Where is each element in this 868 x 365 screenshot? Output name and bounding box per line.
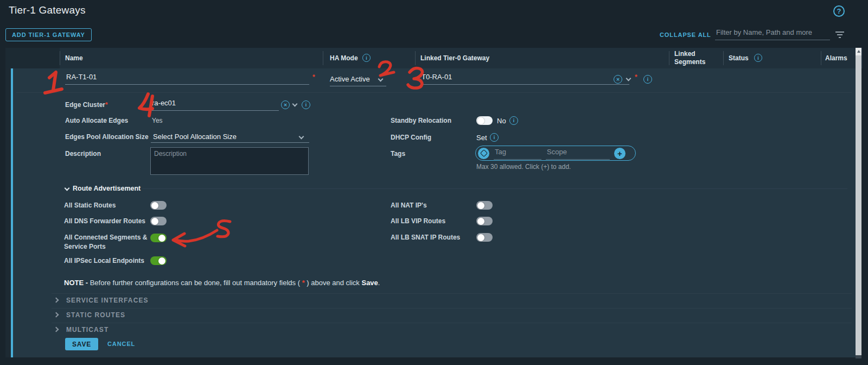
section-service-interfaces[interactable]: SERVICE INTERFACES — [66, 297, 149, 304]
add-tag-plus-icon[interactable]: + — [614, 148, 626, 159]
all-static-routes-toggle[interactable] — [150, 201, 167, 210]
column-header-linked-t0: Linked Tier-0 Gateway — [420, 54, 489, 62]
column-divider — [723, 51, 724, 65]
column-header-ha-mode: HA Mode — [330, 54, 358, 62]
ha-mode-select[interactable]: Active Active — [330, 75, 370, 83]
column-header-linked-segments: Linked Segments — [674, 50, 711, 66]
section-divider — [52, 308, 852, 309]
tags-label: Tags — [391, 150, 405, 158]
edge-cluster-required-marker: * — [105, 101, 108, 109]
filter-input[interactable] — [715, 27, 830, 40]
standby-relocation-value: No — [497, 117, 506, 125]
all-connected-segments-toggle[interactable] — [150, 234, 167, 242]
pool-size-label: Edges Pool Allocation Size — [65, 133, 149, 141]
edge-cluster-input[interactable] — [151, 98, 279, 111]
description-label: Description — [65, 150, 101, 158]
all-static-routes-label: All Static Routes — [64, 202, 156, 209]
auto-allocate-value: Yes — [152, 117, 163, 124]
collapse-all-button[interactable]: COLLAPSE ALL — [660, 32, 711, 38]
all-ipsec-local-endpoints-toggle[interactable] — [150, 256, 167, 265]
add-tier1-gateway-button[interactable]: ADD TIER-1 GATEWAY — [5, 28, 92, 41]
pool-size-select[interactable]: Select Pool Allocation Size — [153, 133, 237, 141]
all-lb-vip-routes-toggle[interactable] — [476, 217, 493, 225]
section-multicast[interactable]: MULTICAST — [66, 326, 108, 333]
page-title: Tier-1 Gateways — [9, 4, 86, 16]
all-lb-vip-routes-label: All LB VIP Routes — [391, 217, 445, 225]
scrollbar-thumb[interactable] — [856, 55, 861, 355]
dhcp-config-value: Set — [476, 134, 487, 142]
edge-cluster-label-text: Edge Cluster — [65, 101, 105, 109]
column-divider — [669, 51, 669, 65]
note-text2: ) above and click — [305, 279, 362, 287]
all-dns-forwarder-routes-toggle[interactable] — [150, 217, 167, 225]
help-icon[interactable]: ? — [833, 5, 845, 17]
all-lb-snat-ip-routes-toggle[interactable] — [476, 233, 493, 242]
tag-input[interactable] — [494, 147, 541, 160]
column-divider — [323, 51, 323, 65]
column-header-name: Name — [65, 54, 83, 62]
column-divider — [821, 51, 821, 65]
note-label: NOTE - — [64, 279, 88, 287]
edge-cluster-info-icon[interactable]: i — [302, 100, 310, 109]
gateway-name-input[interactable] — [65, 72, 309, 85]
edge-cluster-label: Edge Cluster* — [65, 101, 108, 109]
all-nat-ips-label: All NAT IP's — [391, 202, 427, 209]
all-connected-segments-label: All Connected Segments & Service Ports — [64, 233, 155, 251]
standby-relocation-label: Standby Relocation — [391, 117, 451, 124]
tag-icon — [478, 148, 489, 159]
ha-mode-underline — [330, 86, 386, 86]
description-textarea[interactable] — [150, 147, 309, 175]
name-required-marker: * — [312, 73, 315, 81]
linked-t0-required-marker: * — [635, 73, 637, 81]
tier1-gateways-page: Tier-1 Gateways ? ADD TIER-1 GATEWAY COL… — [0, 0, 868, 365]
standby-relocation-info-icon[interactable]: i — [509, 116, 518, 125]
scope-input[interactable] — [546, 147, 610, 160]
section-divider — [52, 323, 852, 323]
dhcp-config-info-icon[interactable]: i — [490, 133, 499, 142]
pool-size-underline — [151, 142, 309, 143]
dhcp-config-label: DHCP Config — [391, 134, 431, 141]
all-ipsec-local-endpoints-label: All IPSec Local Endpoints — [64, 257, 162, 265]
column-divider — [60, 51, 60, 65]
all-nat-ips-toggle[interactable] — [476, 201, 493, 210]
save-button[interactable]: SAVE — [65, 338, 98, 350]
note-save-word: Save — [361, 279, 378, 287]
row-gutter — [5, 68, 11, 357]
filter-icon[interactable] — [835, 31, 845, 39]
ha-mode-info-icon[interactable]: i — [362, 54, 371, 62]
all-dns-forwarder-routes-label: All DNS Forwarder Routes — [64, 217, 162, 225]
route-advertisement-rule — [142, 188, 847, 189]
section-divider — [52, 293, 852, 294]
tags-pill: + — [475, 146, 636, 161]
linked-t0-clear-icon[interactable]: ✕ — [614, 75, 622, 84]
row-divider — [16, 92, 852, 93]
auto-allocate-label: Auto Allocate Edges — [65, 117, 128, 124]
cancel-button[interactable]: CANCEL — [107, 341, 135, 347]
column-header-status: Status — [729, 54, 749, 62]
grid-header-expander-cell — [5, 48, 60, 68]
section-static-routes[interactable]: STATIC ROUTES — [66, 311, 125, 319]
route-advertisement-title: Route Advertisement — [73, 185, 141, 192]
status-info-icon[interactable]: i — [754, 54, 762, 62]
scroll-up-arrow-icon — [857, 50, 860, 53]
all-lb-snat-ip-routes-label: All LB SNAT IP Routes — [391, 234, 460, 241]
linked-t0-info-icon[interactable]: i — [643, 75, 652, 84]
note-period: . — [378, 279, 380, 287]
note-text: Before further configurations can be don… — [88, 279, 302, 287]
column-divider — [415, 51, 416, 65]
scrollbar-up-button[interactable] — [856, 48, 861, 55]
row-selected-bar — [11, 68, 13, 357]
gateway-row-expanded — [5, 68, 856, 357]
tags-hint: Max 30 allowed. Click (+) to add. — [476, 163, 571, 171]
column-header-alarms: Alarms — [825, 54, 847, 62]
linked-t0-input[interactable] — [420, 72, 629, 85]
standby-relocation-toggle[interactable] — [476, 116, 493, 125]
mandatory-fields-note: NOTE - Before further configurations can… — [64, 279, 380, 287]
edge-cluster-clear-icon[interactable]: ✕ — [281, 100, 290, 109]
